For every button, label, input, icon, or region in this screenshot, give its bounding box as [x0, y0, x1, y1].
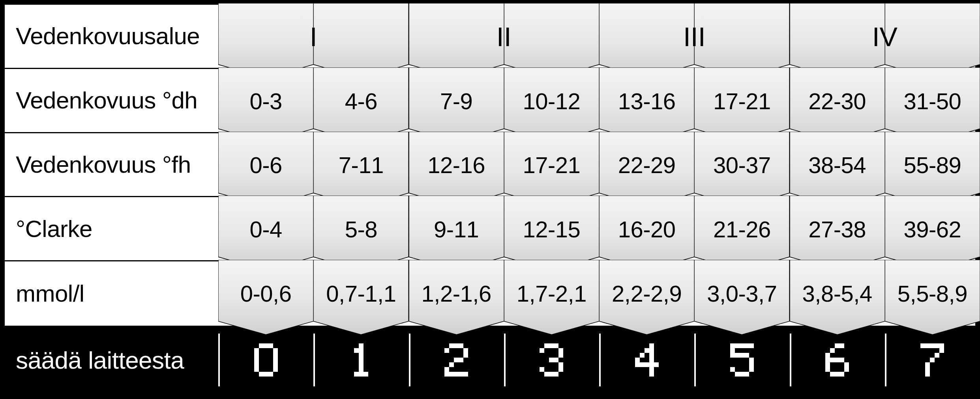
cell-dh-3: 10-12: [504, 69, 599, 133]
svg-rect-6: [273, 353, 278, 358]
svg-rect-73: [749, 343, 754, 348]
svg-rect-85: [744, 372, 749, 377]
svg-rect-79: [749, 358, 754, 362]
svg-rect-65: [649, 362, 654, 367]
svg-rect-42: [549, 343, 554, 348]
svg-rect-104: [935, 343, 939, 348]
cell-clarke-5-text: 21-26: [713, 216, 771, 242]
svg-rect-58: [640, 353, 645, 358]
cell-dh-1: 4-6: [313, 69, 408, 133]
cell-clarke-4-text: 16-20: [618, 216, 676, 242]
cell-fh-7-text: 55-89: [903, 152, 961, 178]
svg-rect-52: [544, 372, 549, 377]
svg-rect-4: [273, 348, 278, 353]
svg-rect-47: [549, 358, 554, 362]
svg-rect-2: [268, 343, 273, 348]
cell-clarke-0: 0-4: [218, 197, 313, 261]
svg-rect-99: [835, 372, 839, 377]
cell-mmol-6: 3,8-5,4: [790, 261, 885, 326]
svg-rect-82: [749, 367, 754, 372]
svg-rect-57: [649, 348, 654, 353]
cell-clarke-4: 16-20: [599, 197, 694, 261]
svg-rect-35: [444, 367, 449, 372]
footer-setting-0: [218, 326, 313, 394]
header-roman-4: IV: [790, 5, 980, 69]
cell-dh-2-text: 7-9: [440, 88, 472, 114]
svg-rect-38: [454, 372, 459, 377]
svg-rect-45: [558, 348, 563, 353]
svg-rect-68: [649, 372, 654, 377]
svg-rect-80: [749, 362, 754, 367]
cell-mmol-7: 5,5-8,9: [885, 261, 980, 326]
cell-dh-6: 22-30: [790, 69, 885, 133]
header-roman-1-text: I: [310, 21, 317, 52]
svg-rect-70: [735, 343, 740, 348]
svg-rect-111: [925, 372, 930, 377]
svg-rect-25: [364, 372, 368, 377]
svg-rect-64: [645, 362, 649, 367]
svg-rect-102: [925, 343, 930, 348]
svg-rect-93: [839, 358, 844, 362]
svg-rect-15: [268, 372, 273, 377]
svg-rect-106: [939, 348, 944, 353]
cell-dh-5-text: 17-21: [713, 88, 771, 114]
cell-dh-0-text: 0-3: [249, 88, 282, 114]
row-label-dh: Vedenkovuus °dh: [5, 69, 218, 133]
cell-mmol-3-text: 1,7-2,1: [517, 280, 587, 307]
cell-clarke-5: 21-26: [694, 197, 789, 261]
svg-rect-43: [554, 343, 558, 348]
cell-clarke-3: 12-15: [504, 197, 599, 261]
svg-rect-59: [649, 353, 654, 358]
cell-mmol-0-text: 0-0,6: [240, 280, 292, 307]
svg-rect-46: [558, 353, 563, 358]
svg-rect-94: [825, 362, 830, 367]
svg-rect-71: [740, 343, 744, 348]
cell-fh-6-text: 38-54: [808, 152, 866, 178]
cell-mmol-1: 0,7-1,1: [313, 261, 408, 326]
svg-rect-44: [540, 348, 544, 353]
header-roman-4-text: IV: [872, 21, 898, 52]
svg-rect-110: [925, 367, 930, 372]
svg-rect-56: [645, 348, 649, 353]
footer-setting-7: [885, 326, 980, 394]
svg-rect-100: [839, 372, 844, 377]
svg-rect-74: [730, 348, 735, 353]
svg-rect-36: [444, 372, 449, 377]
svg-rect-95: [844, 362, 849, 367]
cell-fh-3-text: 17-21: [523, 152, 580, 178]
svg-rect-14: [264, 372, 268, 377]
svg-rect-31: [463, 353, 468, 358]
svg-rect-21: [359, 362, 364, 367]
pixel-digit-icon: [635, 343, 659, 377]
cell-fh-0: 0-6: [218, 133, 313, 198]
cell-fh-1-text: 7-11: [339, 152, 384, 178]
pixel-digit-icon: [825, 343, 849, 377]
svg-rect-29: [444, 348, 449, 353]
row-label-mmol: mmol/l: [5, 261, 218, 326]
svg-rect-108: [930, 358, 935, 362]
cell-clarke-2: 9-11: [409, 197, 504, 261]
cell-fh-2-text: 12-16: [427, 152, 485, 178]
svg-rect-92: [835, 358, 839, 362]
svg-rect-0: [259, 343, 264, 348]
svg-rect-105: [939, 343, 944, 348]
table-body: Vedenkovuusalue I: [5, 5, 975, 326]
svg-rect-5: [254, 353, 259, 358]
footer-setting-5: [694, 326, 789, 394]
svg-rect-40: [463, 372, 468, 377]
svg-rect-39: [459, 372, 463, 377]
svg-rect-26: [449, 343, 454, 348]
svg-rect-23: [354, 372, 359, 377]
svg-rect-24: [359, 372, 364, 377]
cell-clarke-6: 27-38: [790, 197, 885, 261]
cell-clarke-0-text: 0-4: [249, 216, 282, 242]
svg-rect-22: [359, 367, 364, 372]
pixel-digit-icon: [730, 343, 754, 377]
cell-mmol-3: 1,7-2,1: [504, 261, 599, 326]
pixel-digit-icon: [540, 343, 563, 377]
svg-rect-78: [744, 353, 749, 358]
header-roman-2-text: II: [497, 21, 512, 52]
cell-mmol-2: 1,2-1,6: [409, 261, 504, 326]
footer-setting-1: [313, 326, 408, 394]
svg-rect-72: [744, 343, 749, 348]
